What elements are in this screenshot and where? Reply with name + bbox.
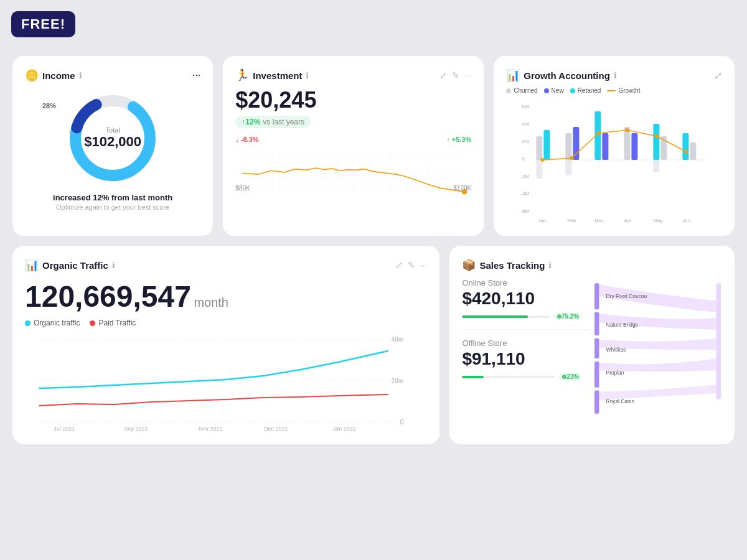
- growth-expand-button[interactable]: ⤢: [714, 70, 722, 82]
- organic-card-header: 📊 Organic Traffic ℹ ⤢ ✎ ···: [25, 258, 427, 272]
- organic-icon: 📊: [25, 258, 39, 272]
- organic-traffic-label: Organic traffic: [34, 319, 80, 327]
- sales-title-group: 📦 Sales Tracking ℹ: [462, 258, 552, 272]
- organic-traffic-card: 📊 Organic Traffic ℹ ⤢ ✎ ··· 120,669,547 …: [12, 246, 439, 444]
- offline-store: Offline Store $91,110 ⊕23%: [462, 338, 590, 381]
- income-info-icon[interactable]: ℹ: [79, 71, 82, 80]
- svg-point-38: [626, 128, 629, 132]
- sankey-chart: Dry Food Coucou Nature Bridge Whiskas Pr…: [594, 278, 722, 427]
- investment-expand-button[interactable]: ⤢: [439, 70, 447, 80]
- svg-text:Whiskas: Whiskas: [606, 347, 626, 353]
- income-more-button[interactable]: ···: [192, 70, 200, 81]
- investment-more-button[interactable]: ···: [464, 70, 472, 80]
- growth-title-group: 📊 Growth Accounting ℹ: [506, 68, 617, 82]
- retained-dot: [570, 88, 575, 93]
- inv-left-bottom-label: $80K: [235, 185, 250, 192]
- svg-text:Nature Bridge: Nature Bridge: [606, 322, 639, 328]
- svg-rect-33: [566, 160, 572, 175]
- income-footer: increased 12% from last month Optimize a…: [25, 193, 200, 211]
- svg-rect-22: [566, 133, 572, 160]
- legend-retained: Retaned: [570, 87, 601, 94]
- investment-chart: ↓ -8.3% ↑ +5.3% $80K $120K: [235, 136, 471, 204]
- legend-new: New: [544, 87, 564, 94]
- offline-progress-bar: [462, 376, 555, 378]
- income-title-group: 🪙 Income ℹ: [25, 68, 82, 82]
- svg-text:40m: 40m: [392, 336, 403, 343]
- new-dot: [544, 88, 549, 93]
- svg-rect-31: [690, 142, 697, 160]
- growth-icon: 📊: [506, 68, 520, 82]
- svg-rect-62: [594, 391, 599, 414]
- investment-card: 🏃 Investment ℹ ⤢ ✎ ··· $20,245 ↑12% vs l…: [223, 56, 484, 236]
- organic-number-row: 120,669,547 month: [25, 279, 427, 314]
- retained-label: Retaned: [578, 87, 601, 94]
- organic-info-icon[interactable]: ℹ: [112, 261, 115, 270]
- free-badge: FREE!: [11, 11, 75, 37]
- sales-info-icon[interactable]: ℹ: [548, 261, 552, 270]
- growth-label: Growtht: [618, 87, 640, 94]
- income-sub-text: Optimize again to get your best score: [25, 203, 200, 211]
- organic-title: Organic Traffic: [42, 260, 108, 271]
- bottom-row: 📊 Organic Traffic ℹ ⤢ ✎ ··· 120,669,547 …: [12, 246, 735, 444]
- new-label: New: [552, 87, 564, 94]
- sales-title: Sales Tracking: [479, 260, 545, 271]
- organic-title-group: 📊 Organic Traffic ℹ: [25, 258, 115, 272]
- svg-text:Dec 2021: Dec 2021: [264, 426, 288, 432]
- growth-line-legend: [607, 90, 616, 91]
- sales-content: Online Store $420,110 ⊕75.2% Offline Sto…: [462, 278, 722, 427]
- organic-line-chart: 40m 20m 0 Jul 2021 Sep 2021 Nov 2021 Dec: [25, 332, 427, 432]
- offline-store-progress: ⊕23%: [462, 373, 582, 381]
- organic-edit-button[interactable]: ✎: [408, 260, 415, 270]
- income-card: 🪙 Income ℹ ··· 28% Total $102,000: [12, 56, 213, 236]
- svg-text:Feb: Feb: [568, 218, 576, 223]
- investment-info-icon[interactable]: ℹ: [306, 71, 309, 80]
- svg-rect-23: [573, 127, 580, 160]
- offline-progress-badge: ⊕23%: [558, 373, 582, 381]
- inv-right-top-label: ↑ +5.3%: [446, 136, 471, 143]
- svg-rect-58: [594, 283, 599, 309]
- growth-bar-chart: 6M 4M 2M 0 -2M -4M -6M: [506, 99, 722, 223]
- sales-stores: Online Store $420,110 ⊕75.2% Offline Sto…: [462, 278, 590, 427]
- svg-text:-2M: -2M: [521, 174, 530, 179]
- svg-rect-25: [603, 133, 609, 160]
- online-store: Online Store $420,110 ⊕75.2%: [462, 278, 590, 320]
- donut-center: Total $102,000: [84, 126, 141, 150]
- churned-label: Churned: [514, 87, 537, 94]
- svg-point-40: [685, 150, 688, 154]
- legend-growth: Growtht: [607, 87, 640, 94]
- svg-text:4M: 4M: [522, 121, 529, 127]
- online-store-label: Online Store: [462, 278, 582, 287]
- svg-rect-28: [654, 124, 660, 160]
- sales-card-header: 📦 Sales Tracking ℹ: [462, 258, 722, 272]
- top-row: 🪙 Income ℹ ··· 28% Total $102,000: [12, 56, 735, 236]
- organic-traffic-dot: [25, 320, 31, 326]
- investment-title: Investment: [253, 70, 302, 81]
- svg-text:Apr: Apr: [624, 218, 632, 223]
- organic-period: month: [194, 296, 228, 309]
- investment-badge-percent: ↑12%: [242, 118, 260, 126]
- svg-rect-32: [537, 160, 543, 179]
- svg-text:Jun: Jun: [683, 218, 691, 223]
- organic-more-button[interactable]: ···: [420, 260, 428, 270]
- investment-amount: $20,245: [235, 87, 471, 113]
- investment-badge: ↑12% vs last years: [235, 116, 311, 128]
- svg-rect-20: [537, 136, 543, 160]
- svg-text:-4M: -4M: [521, 191, 530, 197]
- growth-card: 📊 Growth Accounting ℹ ⤢ Churned New Reta: [494, 56, 735, 236]
- svg-text:Mar: Mar: [595, 218, 604, 223]
- svg-text:Nov 2021: Nov 2021: [199, 426, 223, 432]
- svg-text:0: 0: [400, 419, 404, 426]
- svg-text:Sep 2021: Sep 2021: [124, 426, 148, 432]
- growth-legend: Churned New Retaned Growtht: [506, 87, 722, 94]
- organic-actions: ⤢ ✎ ···: [395, 260, 428, 270]
- growth-chart: 6M 4M 2M 0 -2M -4M -6M: [506, 99, 722, 223]
- investment-line-chart: [235, 147, 471, 200]
- inv-left-top-label: ↓ -8.3%: [235, 136, 258, 143]
- investment-edit-button[interactable]: ✎: [452, 70, 459, 80]
- offline-store-value: $91,110: [462, 349, 582, 369]
- online-progress-fill: [462, 315, 527, 318]
- growth-info-icon[interactable]: ℹ: [614, 71, 617, 80]
- offline-progress-fill: [462, 376, 483, 378]
- organic-expand-button[interactable]: ⤢: [395, 260, 403, 270]
- investment-icon: 🏃: [235, 68, 249, 82]
